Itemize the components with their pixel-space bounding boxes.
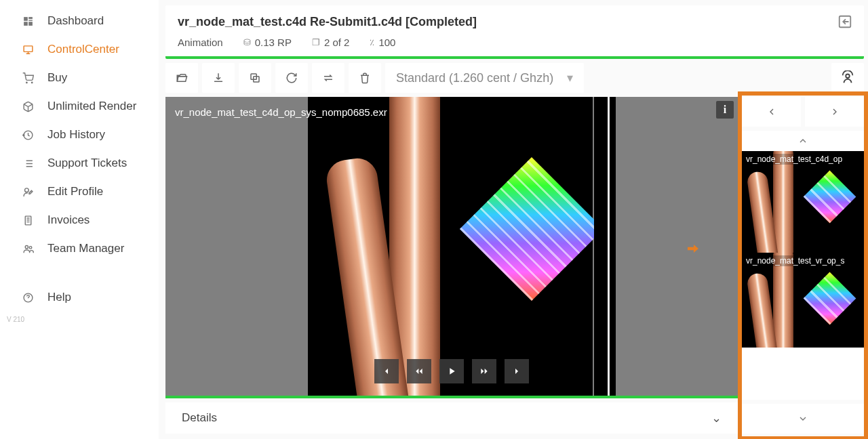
refresh-button[interactable] [275, 63, 308, 93]
nav-label: Invoices [47, 213, 90, 227]
nav-invoices[interactable]: Invoices [0, 206, 159, 234]
exit-button[interactable] [835, 12, 854, 31]
thumbnail-panel: vr_node_mat_test_c4d_op vr_node_mat_test… [742, 97, 864, 434]
nav-team[interactable]: Team Manager [0, 234, 159, 263]
chevron-down-icon: ⌄ [711, 411, 722, 425]
monitor-icon [20, 42, 35, 57]
frame-next-button[interactable] [505, 359, 529, 383]
list-icon [20, 156, 35, 171]
svg-point-7 [31, 82, 32, 83]
highlight-arrow-icon [688, 243, 698, 254]
svg-rect-4 [28, 22, 33, 26]
box-icon [20, 99, 35, 114]
nav-label: Team Manager [47, 242, 124, 255]
nav-label: Help [47, 291, 71, 304]
job-header: vr_node_mat_test.c4d Re-Submit1.c4d [Com… [165, 5, 864, 59]
thumb-nav-next-button[interactable] [805, 97, 864, 127]
nav-unlimited[interactable]: Unlimited Render [0, 92, 159, 121]
layers-icon: ❐ [312, 37, 320, 47]
thumbnail-item[interactable]: vr_node_mat_test_vr_op_s [742, 253, 864, 348]
fast-forward-button[interactable] [472, 359, 496, 383]
account-button[interactable] [831, 63, 864, 93]
percent-icon: ٪ [370, 37, 374, 47]
svg-point-11 [29, 246, 32, 249]
version-label: V 210 [0, 312, 159, 327]
nav-history[interactable]: Job History [0, 121, 159, 149]
nav-label: ControlCenter [47, 43, 119, 56]
render-preview [308, 97, 593, 396]
svg-point-16 [846, 75, 850, 79]
svg-point-8 [24, 188, 28, 192]
open-button[interactable] [165, 63, 198, 93]
thumb-scroll-down-button[interactable] [742, 404, 864, 434]
fast-back-button[interactable] [407, 359, 431, 383]
nav-label: Buy [47, 71, 67, 85]
nav-buy[interactable]: Buy [0, 64, 159, 92]
nav-label: Unlimited Render [47, 100, 136, 113]
preview-viewport[interactable]: vr_node_mat_test_c4d_op_sys_nomp0685.exr… [165, 97, 738, 398]
svg-point-6 [26, 82, 26, 83]
thumbnail-label: vr_node_mat_test_vr_op_s [745, 255, 861, 266]
nav-label: Edit Profile [47, 185, 103, 198]
thumb-scroll-up-button[interactable] [742, 131, 864, 151]
quality-select[interactable]: Standard (1.260 cent / Ghzh) ▾ [385, 63, 584, 93]
meta-type: Animation [178, 37, 223, 48]
svg-rect-0 [24, 17, 28, 21]
render-preview-strip [594, 97, 616, 396]
team-icon [20, 241, 35, 256]
svg-rect-2 [28, 20, 33, 20]
help-icon [20, 290, 35, 305]
thumbnail-label: vr_node_mat_test_c4d_op [745, 154, 861, 165]
play-button[interactable] [439, 359, 464, 383]
thumb-nav-prev-button[interactable] [742, 97, 801, 127]
thumbnail-item[interactable]: vr_node_mat_test_c4d_op [742, 151, 864, 253]
nav-dashboard[interactable]: Dashboard [0, 7, 159, 35]
svg-rect-1 [28, 17, 33, 19]
file-icon [20, 213, 35, 228]
frame-prev-button[interactable] [374, 359, 399, 383]
details-toggle[interactable]: Details ⌄ [165, 402, 738, 434]
nav-tickets[interactable]: Support Tickets [0, 149, 159, 177]
details-label: Details [182, 411, 217, 425]
sidebar: Dashboard ControlCenter Buy Unlimited Re… [0, 0, 159, 439]
dashboard-icon [20, 14, 35, 28]
chevron-down-icon: ▾ [567, 70, 573, 85]
nav-profile[interactable]: Edit Profile [0, 177, 159, 206]
toolbar: Standard (1.260 cent / Ghzh) ▾ [165, 63, 864, 93]
svg-rect-5 [24, 45, 33, 51]
nav-help[interactable]: Help [0, 283, 159, 312]
swap-button[interactable] [312, 63, 344, 93]
meta-cost: ⛁0.13 RP [243, 37, 292, 48]
meta-progress: ❐2 of 2 [312, 37, 350, 48]
nav-controlcenter[interactable]: ControlCenter [0, 35, 159, 64]
job-title: vr_node_mat_test.c4d Re-Submit1.c4d [Com… [178, 15, 477, 29]
playback-controls [374, 359, 529, 383]
nav-label: Dashboard [47, 14, 104, 28]
main-panel: vr_node_mat_test.c4d Re-Submit1.c4d [Com… [159, 0, 868, 439]
coin-icon: ⛁ [243, 37, 251, 47]
nav-label: Job History [47, 128, 105, 142]
download-button[interactable] [202, 63, 235, 93]
nav-label: Support Tickets [47, 156, 127, 170]
history-icon [20, 127, 35, 142]
user-edit-icon [20, 184, 35, 199]
svg-rect-3 [24, 22, 28, 26]
delete-button[interactable] [349, 63, 381, 93]
cart-icon [20, 70, 35, 85]
preview-filename: vr_node_mat_test_c4d_op_sys_nomp0685.exr [175, 106, 387, 118]
meta-percent: ٪100 [370, 37, 395, 48]
svg-point-10 [25, 245, 28, 248]
info-button[interactable]: i [716, 101, 734, 119]
copy-button[interactable] [239, 63, 271, 93]
